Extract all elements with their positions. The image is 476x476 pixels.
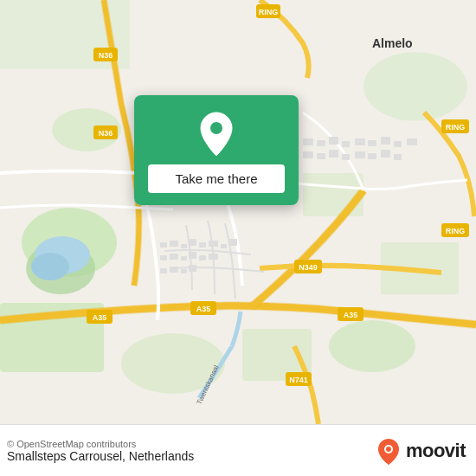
svg-text:A35: A35 xyxy=(93,313,107,322)
svg-rect-57 xyxy=(342,141,350,147)
svg-rect-38 xyxy=(181,244,187,248)
svg-rect-37 xyxy=(170,241,178,247)
svg-rect-56 xyxy=(329,137,338,145)
moovit-text: moovit xyxy=(406,440,466,462)
svg-point-6 xyxy=(329,320,415,372)
svg-text:RING: RING xyxy=(259,8,279,16)
svg-rect-66 xyxy=(342,154,350,160)
location-popup: Take me there xyxy=(134,95,299,205)
svg-rect-54 xyxy=(303,138,313,145)
svg-rect-39 xyxy=(189,239,196,246)
svg-text:A35: A35 xyxy=(344,311,358,319)
footer-left: © OpenStreetMap contributors Smallsteps … xyxy=(7,439,194,463)
svg-rect-67 xyxy=(355,151,365,158)
svg-rect-62 xyxy=(407,138,417,145)
svg-text:N36: N36 xyxy=(99,129,113,138)
popup-header: Take me there xyxy=(134,95,299,205)
svg-rect-7 xyxy=(303,173,363,216)
svg-rect-52 xyxy=(181,269,187,273)
svg-rect-68 xyxy=(368,153,376,159)
svg-rect-60 xyxy=(381,137,390,145)
svg-rect-70 xyxy=(394,154,402,160)
svg-rect-69 xyxy=(381,150,390,158)
svg-rect-45 xyxy=(170,254,178,260)
map-container: A35 A35 A35 N36 N36 N349 N741 RING R xyxy=(0,0,476,424)
svg-text:N741: N741 xyxy=(289,376,308,384)
svg-text:Almelo: Almelo xyxy=(372,36,413,50)
svg-rect-48 xyxy=(199,255,206,261)
svg-point-13 xyxy=(31,253,69,280)
svg-rect-64 xyxy=(317,153,325,159)
svg-rect-65 xyxy=(329,150,338,158)
svg-text:RING: RING xyxy=(446,227,466,235)
svg-rect-50 xyxy=(160,268,167,273)
location-name: Smallsteps Carrousel, Netherlands xyxy=(7,449,194,463)
svg-rect-42 xyxy=(221,244,227,248)
svg-rect-43 xyxy=(229,239,237,246)
svg-text:N36: N36 xyxy=(99,51,113,60)
svg-point-73 xyxy=(386,447,391,452)
take-me-there-button[interactable]: Take me there xyxy=(148,164,285,193)
copyright-text: © OpenStreetMap contributors xyxy=(7,439,194,449)
svg-rect-44 xyxy=(160,255,167,261)
svg-point-71 xyxy=(210,122,222,134)
location-pin-icon xyxy=(197,111,235,156)
footer-bar: © OpenStreetMap contributors Smallsteps … xyxy=(0,424,476,476)
svg-rect-58 xyxy=(355,138,365,145)
svg-rect-41 xyxy=(209,241,218,247)
moovit-icon xyxy=(375,437,402,465)
svg-rect-61 xyxy=(394,141,402,147)
map-background: A35 A35 A35 N36 N36 N349 N741 RING R xyxy=(0,0,476,424)
svg-text:N349: N349 xyxy=(299,263,318,272)
svg-point-9 xyxy=(363,52,467,121)
svg-text:RING: RING xyxy=(446,123,466,132)
svg-rect-40 xyxy=(199,242,206,248)
svg-rect-51 xyxy=(170,267,178,273)
svg-rect-46 xyxy=(181,256,187,261)
moovit-logo: moovit xyxy=(375,437,466,465)
svg-rect-49 xyxy=(209,254,218,260)
svg-rect-63 xyxy=(303,151,313,158)
svg-text:A35: A35 xyxy=(196,305,211,313)
svg-rect-55 xyxy=(317,140,325,146)
svg-rect-53 xyxy=(189,265,196,272)
svg-rect-47 xyxy=(189,252,196,259)
svg-rect-59 xyxy=(368,140,376,146)
svg-rect-36 xyxy=(160,242,167,248)
